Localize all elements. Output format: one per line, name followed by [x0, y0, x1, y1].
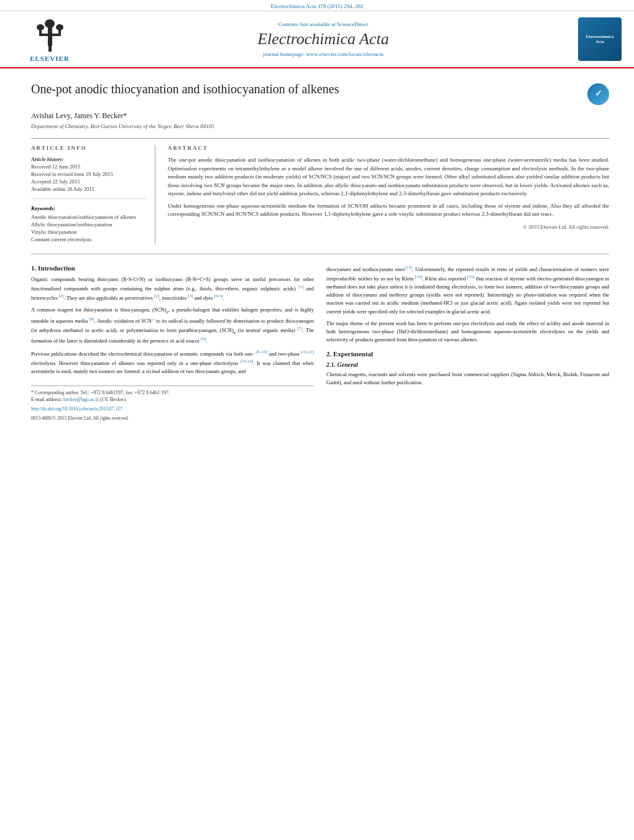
elsevier-text: ELSEVIER — [30, 55, 70, 62]
body-left-col: 1. Introduction Organic compounds bearin… — [31, 264, 314, 421]
article-history-label: Article history: — [31, 156, 146, 162]
abstract-p2: Under homogeneous one-phase aqueous-acet… — [168, 202, 609, 219]
footnote-email-label: E-mail address: — [31, 397, 62, 402]
keyword-4: Constant current electrolysis — [31, 236, 146, 242]
abstract-body: The one-pot anodic thiocyanation and iso… — [168, 156, 609, 219]
section2-1-title: 2.1. General — [326, 361, 609, 368]
journal-title: Electrochimica Acta — [87, 30, 559, 48]
section-divider — [31, 254, 609, 254]
keyword-3: Vinylic thiocyanation — [31, 229, 146, 235]
received-date: Received 12 June 2015 — [31, 164, 146, 170]
keyword-2: Allylic thiocyanation/isothiocyanation — [31, 221, 146, 228]
received-revised-date: Received in revised form 19 July 2015 — [31, 171, 146, 177]
article-container: One-pot anodic thiocyanation and isothio… — [0, 68, 634, 433]
journal-center: Contents lists available at ScienceDirec… — [87, 21, 559, 57]
section1-right-p2: The major theme of the present work has … — [326, 320, 609, 344]
homepage-url[interactable]: www.elsevier.com/locate/electacta — [306, 51, 384, 57]
authors-text: Avishai Levy, James Y. Becker* — [31, 111, 127, 120]
keywords-block: Keywords: Anodic thiocyanation/isothiocy… — [31, 205, 146, 242]
footnote-email[interactable]: becker@bgu.ac.il — [63, 397, 98, 402]
journal-badge: ElectrochimicaActa — [578, 17, 622, 61]
homepage-label: journal homepage: — [263, 51, 305, 57]
accepted-date: Accepted 22 July 2015 — [31, 178, 146, 185]
article-title-text: One-pot anodic thiocyanation and isothio… — [31, 81, 581, 97]
top-bar: Electrochimica Acta 178 (2015) 294–302 — [0, 0, 634, 11]
sciencedirect-link[interactable]: ScienceDirect — [337, 21, 368, 27]
article-info-col: ARTICLE INFO Article history: Received 1… — [31, 145, 155, 244]
body-right-col: thiocyanato and isothiocyanato ones[13].… — [326, 264, 609, 421]
abstract-p1: The one-pot anodic thiocyanation and iso… — [168, 156, 609, 198]
contents-label: Contents lists available at — [278, 21, 336, 27]
article-affiliation: Department of Chemistry, Ben-Gurion Univ… — [31, 123, 609, 129]
copyright-line: © 2015 Elsevier Ltd. All rights reserved… — [168, 224, 609, 230]
svg-point-8 — [45, 19, 55, 28]
doi-line: http://dx.doi.org/10.1016/j.electacta.20… — [31, 406, 314, 412]
svg-rect-2 — [48, 35, 52, 46]
available-date: Available online 26 July 2015 — [31, 186, 146, 192]
footnote-star-line: * Corresponding author. Tel.: +972 8 646… — [31, 390, 314, 395]
journal-homepage: journal homepage: www.elsevier.com/locat… — [87, 51, 559, 57]
article-info-header: ARTICLE INFO — [31, 145, 146, 151]
contents-line: Contents lists available at ScienceDirec… — [87, 21, 559, 27]
right-logo-area: ElectrochimicaActa — [559, 17, 622, 61]
body-section: 1. Introduction Organic compounds bearin… — [31, 264, 609, 421]
article-history-block: Article history: Received 12 June 2015 R… — [31, 156, 146, 199]
section2-1-p1: Chemical reagents, reactants and solvent… — [326, 371, 609, 387]
journal-header: ELSEVIER Contents lists available at Sci… — [0, 11, 634, 68]
elsevier-tree-icon — [30, 16, 70, 53]
section1-p2: A common reagent for thiocyanation is th… — [31, 306, 314, 345]
section1-p3: Previous publications described the elec… — [31, 349, 314, 376]
footnote-section: * Corresponding author. Tel.: +972 8 646… — [31, 385, 314, 421]
section1-title: 1. Introduction — [31, 264, 314, 272]
elsevier-logo-area: ELSEVIER — [12, 16, 87, 62]
svg-point-10 — [56, 24, 63, 30]
article-authors: Avishai Levy, James Y. Becker* — [31, 111, 609, 121]
doi-url[interactable]: http://dx.doi.org/10.1016/j.electacta.20… — [31, 406, 122, 412]
section1-p1: Organic compounds bearing thiocyano (R-S… — [31, 275, 314, 302]
section2-title: 2. Experimental — [326, 350, 609, 358]
footnote-email-line: E-mail address: becker@bgu.ac.il (J.Y. B… — [31, 397, 314, 402]
keyword-1: Anodic thiocyanation/isothiocyanation of… — [31, 214, 146, 220]
section1-right-p1: thiocyanato and isothiocyanato ones[13].… — [326, 264, 609, 316]
abstract-header: ABSTRACT — [168, 145, 609, 151]
badge-title: ElectrochimicaActa — [586, 34, 614, 45]
footnote-email-person: (J.Y. Becker). — [99, 397, 127, 402]
journal-reference[interactable]: Electrochimica Acta 178 (2015) 294–302 — [271, 3, 364, 9]
footnote-star-text: * Corresponding author. Tel.: +972 8 646… — [31, 390, 170, 395]
elsevier-logo: ELSEVIER — [30, 16, 70, 62]
issn-line: 0013-4686/© 2015 Elsevier Ltd. All right… — [31, 415, 314, 421]
svg-point-9 — [37, 24, 44, 30]
crossmark-icon[interactable]: ✓ — [587, 83, 609, 105]
article-info-abstract-section: ARTICLE INFO Article history: Received 1… — [31, 138, 609, 244]
abstract-col: ABSTRACT The one-pot anodic thiocyanatio… — [168, 145, 609, 244]
keywords-label: Keywords: — [31, 205, 146, 211]
article-title-row: One-pot anodic thiocyanation and isothio… — [31, 81, 609, 105]
